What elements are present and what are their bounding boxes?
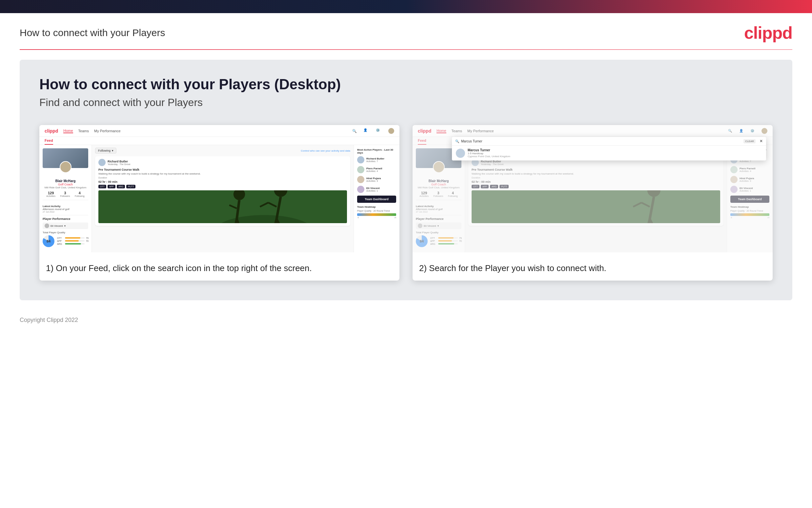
activity-card-2: Richard Butler Yesterday · The Grove Pre… [468, 156, 723, 226]
feed-tab-2: Feed [418, 137, 426, 145]
logo: clippd [744, 23, 792, 43]
app-nav-2: clippd Home Teams My Performance 🔍 👤 ⚙️ [413, 125, 773, 137]
nav-my-performance-2[interactable]: My Performance [467, 129, 494, 133]
main-subtitle: Find and connect with your Players [39, 96, 773, 109]
player-select[interactable]: Eli Vincent ▾ [43, 222, 88, 229]
stat-activities-num: 129 [46, 191, 55, 195]
search-icon-nav-2[interactable]: 🔍 [728, 129, 732, 133]
player-select-chevron[interactable]: ▾ [64, 224, 65, 227]
latest-activity-2: Latest Activity Afternoon round of golf … [416, 203, 462, 215]
search-result-name: Marcus Turner [468, 148, 510, 152]
main-content: How to connect with your Players (Deskto… [20, 60, 792, 300]
stat-activities: 129 Activities [46, 191, 55, 197]
quality-row: 84 OTT 79 APP [43, 235, 88, 247]
quality-bar-app: APP 70 [57, 240, 89, 242]
heatmap-bar [357, 213, 396, 216]
quality-bars-2: OTT79 APP70 ARG [430, 237, 462, 246]
activity-duration-label: Duration [98, 176, 107, 179]
activity-user-info: Richard Butler Yesterday · The Grove [107, 160, 131, 165]
active-player-2: Piers Parnell Activities: 4 [357, 166, 396, 173]
activity-desc: Walking the course with my coach to buil… [98, 172, 347, 175]
stat-following-num: 4 [75, 191, 85, 195]
ap-name-4: Eli Vincent [366, 187, 380, 190]
quality-bars: OTT 79 APP 70 [57, 237, 89, 246]
screenshot-2: clippd Home Teams My Performance 🔍 👤 ⚙️ … [413, 125, 773, 281]
header: How to connect with your Players clippd [0, 13, 812, 49]
latest-activity: Latest Activity Afternoon round of golf … [43, 203, 88, 215]
ap-activities-1: Activities: 7 [366, 160, 384, 162]
search-result[interactable]: Marcus Turner 1-5 Handicap Cypress Point… [452, 146, 766, 161]
search-icon-nav[interactable]: 🔍 [352, 129, 356, 133]
avatar-icon-nav-2[interactable] [762, 128, 767, 134]
player-select-name: Eli Vincent [50, 224, 63, 227]
nav-home[interactable]: Home [63, 129, 73, 133]
quality-score-circle: 84 [43, 235, 54, 247]
activity-user-row: Richard Butler Yesterday · The Grove [98, 159, 347, 166]
profile-club-2: Mill Ride Golf Club, United Kingdom [417, 186, 460, 189]
search-close-icon[interactable]: ✕ [760, 139, 763, 143]
profile-stats: 129 Activities 3 Followers 4 Following [44, 191, 87, 197]
activity-title: Pre Tournament Course Walk [98, 168, 347, 171]
app-middle-1: Following ▾ Control who can see your act… [92, 145, 353, 252]
clear-button[interactable]: CLEAR [744, 139, 756, 143]
stat-followers-num: 3 [60, 191, 70, 195]
profile-role: Golf Coach [44, 183, 87, 186]
latest-activity-value: Afternoon round of golf [43, 208, 88, 211]
feed-tab[interactable]: Feed [45, 137, 53, 145]
activity-tags: OTT APP ARG PUTT [98, 185, 347, 188]
search-bar: 🔍 Marcus Turner CLEAR ✕ [452, 137, 766, 146]
nav-home-2[interactable]: Home [436, 129, 446, 133]
search-result-avatar [456, 149, 465, 158]
profile-name: Blair McHarg [44, 179, 87, 183]
settings-icon-nav[interactable]: ⚙️ [376, 128, 381, 134]
profile-name-2: Blair McHarg [417, 179, 460, 183]
team-heatmap-title: Team Heatmap [357, 205, 396, 208]
stat-followers: 3 Followers [60, 191, 70, 197]
active-player-1: Richard Butler Activities: 7 [357, 156, 396, 163]
latest-activity-date: 27 Jul 2022 [43, 211, 88, 213]
quality-bar-arg: ARG [57, 243, 89, 245]
player-performance-title: Player Performance [43, 217, 88, 220]
stat-activities-label: Activities [46, 195, 55, 197]
app-nav-1: clippd Home Teams My Performance 🔍 👤 ⚙️ [39, 125, 399, 137]
tag-putt: PUTT [126, 185, 135, 188]
player-perf-2: Player Performance Eli Vincent ▾ Total P… [416, 215, 462, 249]
latest-activity-title: Latest Activity [43, 205, 88, 208]
profile-card-2: Blair McHarg Golf Coach Mill Ride Golf C… [416, 176, 462, 200]
heatmap-labels: -5 +5 [357, 217, 396, 219]
avatar-icon-nav[interactable] [388, 128, 394, 134]
top-bar [0, 0, 812, 13]
profile-avatar-img [60, 161, 71, 173]
control-link[interactable]: Control who can see your activity and da… [301, 149, 350, 152]
nav-my-performance[interactable]: My Performance [94, 129, 121, 133]
activity-duration: 02 hr : 00 min [98, 180, 347, 183]
user-icon-nav-2[interactable]: 👤 [739, 129, 743, 133]
team-dashboard-button[interactable]: Team Dashboard [357, 196, 396, 203]
app-left-1: Blair McHarg Golf Coach Mill Ride Golf C… [39, 145, 92, 252]
ap-avatar-1 [357, 156, 364, 163]
activity-card: Richard Butler Yesterday · The Grove Pre… [95, 156, 350, 226]
footer: Copyright Clippd 2022 [0, 310, 812, 330]
search-input-value[interactable]: Marcus Turner [461, 139, 742, 143]
feed-tab-bar: Feed [39, 137, 399, 145]
activity-sub: Yesterday · The Grove [107, 163, 131, 165]
feed-photo-2 [472, 190, 720, 223]
page-title: How to connect with your Players [20, 27, 165, 38]
activity-avatar [98, 159, 106, 166]
profile-club: Mill Ride Golf Club, United Kingdom [44, 186, 87, 189]
ap-name-1: Richard Butler [366, 157, 384, 160]
following-button[interactable]: Following ▾ [95, 148, 116, 154]
tag-ott: OTT [98, 185, 106, 188]
nav-teams[interactable]: Teams [78, 129, 89, 133]
team-dashboard-button-2: Team Dashboard [730, 196, 769, 203]
screenshots-row: clippd Home Teams My Performance 🔍 👤 ⚙️ … [39, 125, 773, 281]
profile-card: Blair McHarg Golf Coach Mill Ride Golf C… [43, 176, 88, 200]
app-logo-2: clippd [418, 128, 431, 134]
tag-arg: ARG [117, 185, 125, 188]
stat-following: 4 Following [75, 191, 85, 197]
settings-icon-nav-2[interactable]: ⚙️ [750, 129, 754, 133]
profile-stats-2: 129Activities 3Followers 4Following [417, 191, 460, 197]
nav-teams-2[interactable]: Teams [451, 129, 462, 133]
app-logo-1: clippd [45, 128, 58, 134]
user-icon-nav[interactable]: 👤 [363, 128, 369, 134]
